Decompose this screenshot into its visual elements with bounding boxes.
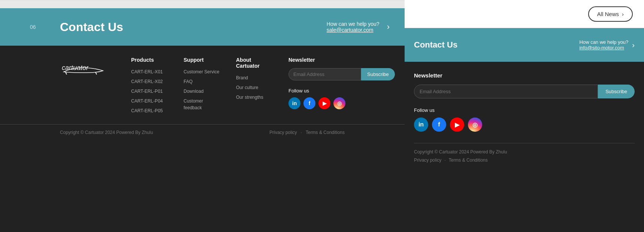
main-section: 06 Contact Us How can we help you? sale@… xyxy=(0,0,405,232)
sidebar-chevron-icon[interactable]: › xyxy=(632,41,635,49)
list-item[interactable]: FAQ xyxy=(184,78,221,85)
facebook-icon[interactable]: f xyxy=(303,97,315,109)
footer-dot: · xyxy=(301,130,302,135)
list-item[interactable]: Customer Service xyxy=(184,68,221,75)
sidebar-terms-link[interactable]: Terms & Conditions xyxy=(449,158,488,163)
sidebar-contact-email[interactable]: info@sito-motor.com xyxy=(580,45,629,51)
instagram-icon[interactable]: ◎ xyxy=(333,97,345,109)
privacy-link[interactable]: Privacy policy xyxy=(269,130,297,135)
sidebar-email-input[interactable] xyxy=(414,85,598,98)
footer-col-support: Support Customer Service FAQ Download Cu… xyxy=(184,57,221,114)
sidebar-newsletter-title: Newsletter xyxy=(414,72,635,79)
email-input[interactable] xyxy=(288,68,361,80)
copyright: Copyright © Cartuator 2024 Powered By Zh… xyxy=(60,130,153,135)
footer-bottom: Copyright © Cartuator 2024 Powered By Zh… xyxy=(0,124,405,140)
about-list: Brand Our culture Our strengths xyxy=(236,74,273,100)
sidebar-contact-right: How can we help you? info@sito-motor.com… xyxy=(580,39,635,51)
subscribe-button[interactable]: Subscribe xyxy=(361,68,395,80)
products-list: CART-ERL-X01 CART-ERL-X02 CART-ERL-P01 C… xyxy=(131,68,169,114)
list-item[interactable]: CART-ERL-P05 xyxy=(131,107,169,114)
sidebar-footer-bottom: Copyright © Cartuator 2024 Powered By Zh… xyxy=(414,143,635,169)
linkedin-icon[interactable]: in xyxy=(288,97,300,109)
footer-col-about: About Cartuator Brand Our culture Our st… xyxy=(236,57,273,103)
list-item[interactable]: CART-ERL-P04 xyxy=(131,97,169,104)
list-item[interactable]: CART-ERL-X01 xyxy=(131,68,169,75)
sidebar-newsletter-form: Subscribe xyxy=(414,85,635,98)
sidebar-contact-banner: Contact Us How can we help you? info@sit… xyxy=(405,28,644,62)
sidebar-youtube-icon[interactable]: ▶ xyxy=(450,117,464,132)
list-item[interactable]: Download xyxy=(184,88,221,94)
sidebar-subscribe-button[interactable]: Subscribe xyxy=(598,85,635,98)
footer-links: Privacy policy · Terms & Conditions xyxy=(269,130,345,135)
list-item[interactable]: CART-ERL-X02 xyxy=(131,78,169,85)
sidebar-footer-links: Privacy policy · Terms & Conditions xyxy=(414,158,635,163)
terms-link[interactable]: Terms & Conditions xyxy=(306,130,345,135)
contact-email[interactable]: sale@cartuator.com xyxy=(327,27,380,33)
support-header: Support xyxy=(184,57,221,63)
list-item[interactable]: Our culture xyxy=(236,84,273,91)
right-sidebar: All News › Contact Us How can we help yo… xyxy=(405,0,644,232)
newsletter-col: Newsletter Subscribe Follow us in f ▶ ◎ xyxy=(288,57,395,109)
footer-dark: cartuator Products CART-ERL-X01 CART-ERL… xyxy=(0,46,405,232)
sidebar-top-bar: All News › xyxy=(405,0,644,28)
sidebar-linkedin-icon[interactable]: in xyxy=(414,117,428,132)
newsletter-form: Subscribe xyxy=(288,68,395,80)
newsletter-title: Newsletter xyxy=(288,57,395,63)
contact-right: How can we help you? sale@cartuator.com … xyxy=(327,21,405,33)
help-text: How can we help you? xyxy=(327,21,380,27)
youtube-icon[interactable]: ▶ xyxy=(318,97,330,109)
all-news-label: All News xyxy=(597,11,619,17)
section-number: 06 xyxy=(30,24,36,30)
support-list: Customer Service FAQ Download Customer f… xyxy=(184,68,221,111)
follow-us-label: Follow us xyxy=(288,88,395,94)
list-item[interactable]: Our strengths xyxy=(236,94,273,100)
footer-logo: cartuator xyxy=(60,59,109,77)
sidebar-footer-dark: Newsletter Subscribe Follow us in f ▶ ◎ … xyxy=(405,62,644,232)
sidebar-social-icons: in f ▶ ◎ xyxy=(414,117,635,132)
list-item[interactable]: Brand xyxy=(236,74,273,81)
about-header: About Cartuator xyxy=(236,57,273,69)
products-header: Products xyxy=(131,57,169,63)
chevron-right-icon[interactable]: › xyxy=(387,22,390,32)
top-gray-bar xyxy=(0,0,405,8)
sidebar-contact-help: How can we help you? info@sito-motor.com xyxy=(580,39,629,51)
sidebar-dot: · xyxy=(444,158,445,163)
contact-title: Contact Us xyxy=(60,20,123,34)
all-news-chevron-icon: › xyxy=(622,11,624,17)
all-news-button[interactable]: All News › xyxy=(588,6,633,22)
list-item[interactable]: Customer feedback xyxy=(184,97,221,111)
list-item[interactable]: CART-ERL-P01 xyxy=(131,88,169,94)
sidebar-help-text: How can we help you? xyxy=(580,39,629,45)
footer-col-products: Products CART-ERL-X01 CART-ERL-X02 CART-… xyxy=(131,57,169,117)
sidebar-facebook-icon[interactable]: f xyxy=(432,117,446,132)
sidebar-copyright: Copyright © Cartuator 2024 Powered By Zh… xyxy=(414,149,635,155)
footer-content: cartuator Products CART-ERL-X01 CART-ERL… xyxy=(0,57,405,117)
contact-help-text: How can we help you? sale@cartuator.com xyxy=(327,21,380,33)
contact-us-banner: 06 Contact Us How can we help you? sale@… xyxy=(0,8,405,46)
sidebar-privacy-link[interactable]: Privacy policy xyxy=(414,158,441,163)
social-icons: in f ▶ ◎ xyxy=(288,97,395,109)
sidebar-contact-title: Contact Us xyxy=(414,40,457,50)
sidebar-instagram-icon[interactable]: ◎ xyxy=(468,117,482,132)
sidebar-follow-label: Follow us xyxy=(414,107,635,113)
